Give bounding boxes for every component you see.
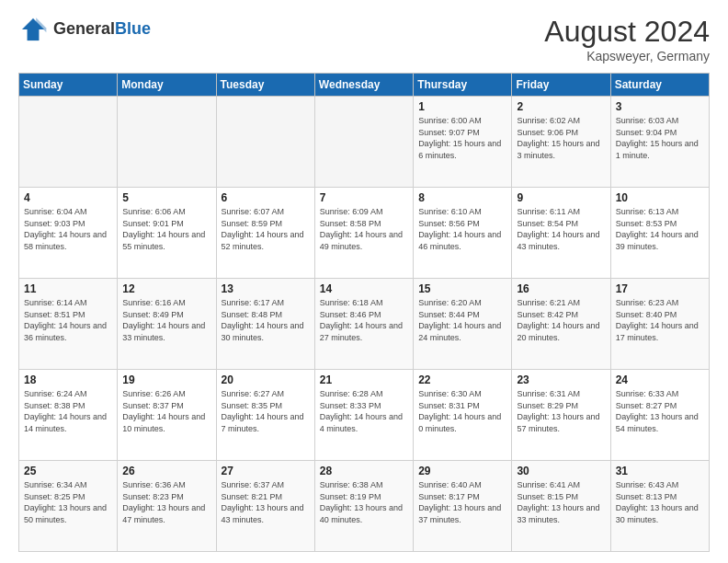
- month-year: August 2024: [544, 15, 710, 49]
- day-number: 27: [222, 465, 310, 477]
- calendar-cell: 20Sunrise: 6:27 AM Sunset: 8:35 PM Dayli…: [216, 370, 314, 461]
- calendar-cell: 9Sunrise: 6:11 AM Sunset: 8:54 PM Daylig…: [512, 188, 610, 279]
- day-number: 19: [122, 373, 210, 386]
- calendar-cell: 26Sunrise: 6:36 AM Sunset: 8:23 PM Dayli…: [118, 461, 216, 552]
- day-number: 25: [24, 465, 112, 477]
- week-row-5: 25Sunrise: 6:34 AM Sunset: 8:25 PM Dayli…: [19, 461, 710, 552]
- week-row-4: 18Sunrise: 6:24 AM Sunset: 8:38 PM Dayli…: [19, 370, 710, 461]
- day-info: Sunrise: 6:10 AM Sunset: 8:56 PM Dayligh…: [418, 206, 506, 252]
- week-row-1: 1Sunrise: 6:00 AM Sunset: 9:07 PM Daylig…: [19, 97, 710, 188]
- calendar-cell: 8Sunrise: 6:10 AM Sunset: 8:56 PM Daylig…: [414, 188, 512, 279]
- calendar-cell: 10Sunrise: 6:13 AM Sunset: 8:53 PM Dayli…: [610, 188, 709, 279]
- col-saturday: Saturday: [610, 74, 709, 97]
- calendar-cell: 19Sunrise: 6:26 AM Sunset: 8:37 PM Dayli…: [118, 370, 216, 461]
- day-number: 9: [517, 191, 605, 204]
- calendar-cell: 30Sunrise: 6:41 AM Sunset: 8:15 PM Dayli…: [512, 461, 610, 552]
- day-number: 30: [517, 465, 605, 477]
- day-number: 16: [517, 282, 605, 295]
- day-number: 6: [222, 191, 310, 204]
- day-info: Sunrise: 6:04 AM Sunset: 9:03 PM Dayligh…: [24, 206, 112, 252]
- col-tuesday: Tuesday: [216, 74, 314, 97]
- calendar-cell: 13Sunrise: 6:17 AM Sunset: 8:48 PM Dayli…: [216, 279, 314, 370]
- calendar-cell: 3Sunrise: 6:03 AM Sunset: 9:04 PM Daylig…: [610, 97, 709, 188]
- day-info: Sunrise: 6:03 AM Sunset: 9:04 PM Dayligh…: [616, 115, 704, 161]
- location: Kapsweyer, Germany: [544, 49, 710, 63]
- calendar-cell: 22Sunrise: 6:30 AM Sunset: 8:31 PM Dayli…: [414, 370, 512, 461]
- calendar-header-row: Sunday Monday Tuesday Wednesday Thursday…: [19, 74, 710, 97]
- day-info: Sunrise: 6:36 AM Sunset: 8:23 PM Dayligh…: [122, 479, 210, 525]
- day-info: Sunrise: 6:06 AM Sunset: 9:01 PM Dayligh…: [122, 206, 210, 252]
- day-info: Sunrise: 6:26 AM Sunset: 8:37 PM Dayligh…: [122, 388, 210, 434]
- day-number: 13: [222, 282, 310, 295]
- day-number: 12: [122, 282, 210, 295]
- day-number: 20: [222, 373, 310, 386]
- day-info: Sunrise: 6:00 AM Sunset: 9:07 PM Dayligh…: [418, 115, 506, 161]
- col-wednesday: Wednesday: [314, 74, 413, 97]
- logo-general: General: [53, 19, 115, 38]
- calendar-cell: 29Sunrise: 6:40 AM Sunset: 8:17 PM Dayli…: [414, 461, 512, 552]
- logo-icon: [18, 15, 48, 44]
- title-block: August 2024 Kapsweyer, Germany: [544, 15, 710, 63]
- calendar-cell: [19, 97, 118, 188]
- logo: GeneralBlue: [18, 15, 151, 44]
- day-info: Sunrise: 6:37 AM Sunset: 8:21 PM Dayligh…: [222, 479, 310, 525]
- day-info: Sunrise: 6:14 AM Sunset: 8:51 PM Dayligh…: [24, 297, 112, 343]
- day-info: Sunrise: 6:30 AM Sunset: 8:31 PM Dayligh…: [418, 388, 506, 434]
- day-number: 24: [616, 373, 704, 386]
- day-number: 10: [616, 191, 704, 204]
- day-number: 31: [616, 465, 704, 477]
- calendar-cell: 4Sunrise: 6:04 AM Sunset: 9:03 PM Daylig…: [19, 188, 118, 279]
- day-info: Sunrise: 6:17 AM Sunset: 8:48 PM Dayligh…: [222, 297, 310, 343]
- calendar-cell: 25Sunrise: 6:34 AM Sunset: 8:25 PM Dayli…: [19, 461, 118, 552]
- calendar-cell: 15Sunrise: 6:20 AM Sunset: 8:44 PM Dayli…: [414, 279, 512, 370]
- calendar-cell: 7Sunrise: 6:09 AM Sunset: 8:58 PM Daylig…: [314, 188, 413, 279]
- col-monday: Monday: [118, 74, 216, 97]
- day-number: 7: [320, 191, 408, 204]
- day-number: 5: [122, 191, 210, 204]
- col-sunday: Sunday: [19, 74, 118, 97]
- week-row-2: 4Sunrise: 6:04 AM Sunset: 9:03 PM Daylig…: [19, 188, 710, 279]
- calendar-cell: 5Sunrise: 6:06 AM Sunset: 9:01 PM Daylig…: [118, 188, 216, 279]
- calendar-cell: 14Sunrise: 6:18 AM Sunset: 8:46 PM Dayli…: [314, 279, 413, 370]
- day-number: 8: [418, 191, 506, 204]
- calendar-cell: 24Sunrise: 6:33 AM Sunset: 8:27 PM Dayli…: [610, 370, 709, 461]
- calendar-cell: [216, 97, 314, 188]
- logo-blue: Blue: [115, 19, 151, 38]
- logo-text: GeneralBlue: [53, 20, 151, 39]
- col-thursday: Thursday: [414, 74, 512, 97]
- day-info: Sunrise: 6:09 AM Sunset: 8:58 PM Dayligh…: [320, 206, 408, 252]
- calendar: Sunday Monday Tuesday Wednesday Thursday…: [18, 73, 710, 552]
- calendar-cell: 2Sunrise: 6:02 AM Sunset: 9:06 PM Daylig…: [512, 97, 610, 188]
- calendar-cell: 18Sunrise: 6:24 AM Sunset: 8:38 PM Dayli…: [19, 370, 118, 461]
- day-number: 18: [24, 373, 112, 386]
- day-number: 2: [517, 100, 605, 113]
- day-number: 17: [616, 282, 704, 295]
- day-number: 1: [418, 100, 506, 113]
- day-number: 3: [616, 100, 704, 113]
- day-info: Sunrise: 6:07 AM Sunset: 8:59 PM Dayligh…: [222, 206, 310, 252]
- calendar-cell: 12Sunrise: 6:16 AM Sunset: 8:49 PM Dayli…: [118, 279, 216, 370]
- calendar-cell: 27Sunrise: 6:37 AM Sunset: 8:21 PM Dayli…: [216, 461, 314, 552]
- day-number: 22: [418, 373, 506, 386]
- day-info: Sunrise: 6:43 AM Sunset: 8:13 PM Dayligh…: [616, 479, 704, 525]
- day-number: 15: [418, 282, 506, 295]
- calendar-cell: [314, 97, 413, 188]
- day-info: Sunrise: 6:02 AM Sunset: 9:06 PM Dayligh…: [517, 115, 605, 161]
- day-info: Sunrise: 6:24 AM Sunset: 8:38 PM Dayligh…: [24, 388, 112, 434]
- day-number: 21: [320, 373, 408, 386]
- day-info: Sunrise: 6:21 AM Sunset: 8:42 PM Dayligh…: [517, 297, 605, 343]
- day-info: Sunrise: 6:20 AM Sunset: 8:44 PM Dayligh…: [418, 297, 506, 343]
- calendar-cell: 28Sunrise: 6:38 AM Sunset: 8:19 PM Dayli…: [314, 461, 413, 552]
- day-info: Sunrise: 6:33 AM Sunset: 8:27 PM Dayligh…: [616, 388, 704, 434]
- calendar-cell: 23Sunrise: 6:31 AM Sunset: 8:29 PM Dayli…: [512, 370, 610, 461]
- day-number: 29: [418, 465, 506, 477]
- day-info: Sunrise: 6:31 AM Sunset: 8:29 PM Dayligh…: [517, 388, 605, 434]
- day-info: Sunrise: 6:11 AM Sunset: 8:54 PM Dayligh…: [517, 206, 605, 252]
- col-friday: Friday: [512, 74, 610, 97]
- calendar-cell: 1Sunrise: 6:00 AM Sunset: 9:07 PM Daylig…: [414, 97, 512, 188]
- day-info: Sunrise: 6:41 AM Sunset: 8:15 PM Dayligh…: [517, 479, 605, 525]
- day-info: Sunrise: 6:38 AM Sunset: 8:19 PM Dayligh…: [320, 479, 408, 525]
- header: GeneralBlue August 2024 Kapsweyer, Germa…: [18, 15, 710, 63]
- day-info: Sunrise: 6:27 AM Sunset: 8:35 PM Dayligh…: [222, 388, 310, 434]
- calendar-cell: 16Sunrise: 6:21 AM Sunset: 8:42 PM Dayli…: [512, 279, 610, 370]
